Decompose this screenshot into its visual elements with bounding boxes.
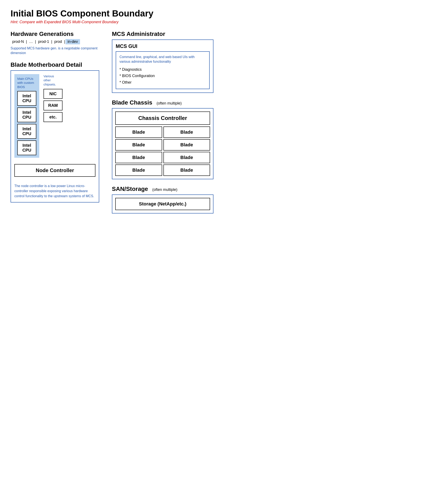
blade-cell-7: Blade — [115, 165, 162, 176]
blade-cell-3: Blade — [115, 139, 162, 150]
hw-gen-indev: in-dev — [66, 39, 80, 44]
hw-gen-prod-1: prod-1 — [36, 39, 51, 44]
mcs-item-diagnostics: * Diagnostics — [119, 66, 206, 73]
page-title-heading: Initial BIOS Component Boundary Hint: Co… — [11, 8, 213, 24]
main-title: Initial BIOS Component Boundary — [11, 8, 213, 19]
blade-chassis-box: Chassis Controller Blade Blade Blade Bla… — [112, 108, 213, 179]
left-column: Hardware Generations prod-N | … | prod-1… — [11, 31, 99, 203]
chipsets-section: Variousotherchipsets. NIC RAM etc. — [44, 74, 62, 122]
cpu-box-1: IntelCPU — [17, 91, 36, 106]
cpu-box-2: IntelCPU — [17, 107, 36, 122]
mcs-gui-desc: Command line, graphical, and web based U… — [119, 55, 206, 64]
cpu-box-3: IntelCPU — [17, 124, 36, 139]
mcs-gui-title: MCS GUI — [116, 43, 210, 49]
blade-cell-6: Blade — [164, 152, 210, 163]
blade-cell-4: Blade — [164, 139, 210, 150]
hardware-generations-section: Hardware Generations prod-N | … | prod-1… — [11, 31, 99, 56]
right-column: MCS Administrator MCS GUI Command line, … — [112, 31, 213, 213]
mcs-gui-inner: Command line, graphical, and web based U… — [116, 51, 210, 89]
blade-mb-inner: Main CPUswith customBIOS IntelCPU IntelC… — [14, 74, 95, 158]
blade-chassis-section: Blade Chassis (often multiple) Chassis C… — [112, 99, 213, 179]
mcs-item-other: * Other — [119, 79, 206, 86]
blade-cell-2: Blade — [164, 127, 210, 138]
mcs-gui-items: * Diagnostics * BIOS Configuration * Oth… — [119, 66, 206, 86]
san-storage-section: SAN/Storage (often multiple) Storage (Ne… — [112, 186, 213, 213]
cpus-label: Main CPUswith customBIOS — [17, 77, 36, 89]
chassis-controller-box: Chassis Controller — [115, 112, 210, 125]
main-layout: Hardware Generations prod-N | … | prod-1… — [11, 31, 213, 213]
hw-gen-row: prod-N | … | prod-1 | prod | in-dev — [11, 39, 99, 44]
blade-motherboard-section: Blade Motherboard Detail Main CPUswith c… — [11, 61, 99, 203]
node-controller-note: The node controller is a low power Linux… — [14, 183, 95, 199]
ram-box: RAM — [44, 100, 62, 110]
blade-mb-title: Blade Motherboard Detail — [11, 61, 99, 68]
blade-mb-box: Main CPUswith customBIOS IntelCPU IntelC… — [11, 70, 99, 203]
chipsets-label: Variousotherchipsets. — [44, 74, 62, 87]
blade-grid: Blade Blade Blade Blade Blade Blade Blad… — [115, 127, 210, 176]
san-title: SAN/Storage — [112, 186, 148, 192]
blade-cell-8: Blade — [164, 165, 210, 176]
nic-box: NIC — [44, 89, 62, 99]
hw-gen-prod: prod — [52, 39, 64, 44]
san-box: Storage (NetApp/etc.) — [112, 195, 213, 213]
san-often-multiple: (often multiple) — [152, 188, 177, 192]
blade-cell-1: Blade — [115, 127, 162, 138]
etc-box: etc. — [44, 112, 62, 122]
san-storage-header: SAN/Storage (often multiple) — [112, 186, 213, 192]
mcs-item-bios-config: * BIOS Configuration — [119, 73, 206, 79]
mcs-admin-section: MCS Administrator MCS GUI Command line, … — [112, 31, 213, 93]
hw-gen-prod-n: prod-N — [11, 39, 26, 44]
cpus-section: Main CPUswith customBIOS IntelCPU IntelC… — [14, 74, 39, 158]
mcs-admin-box: MCS GUI Command line, graphical, and web… — [112, 39, 213, 93]
blade-cell-5: Blade — [115, 152, 162, 163]
storage-inner-box: Storage (NetApp/etc.) — [115, 198, 210, 210]
cpu-box-4: IntelCPU — [17, 140, 36, 155]
hw-gen-note: Supported MCS hardware gen. is a negotia… — [11, 46, 99, 56]
hw-gen-title: Hardware Generations — [11, 31, 99, 37]
mcs-admin-title: MCS Administrator — [112, 31, 213, 37]
blade-chassis-often-multiple: (often multiple) — [157, 101, 182, 105]
blade-chassis-title: Blade Chassis — [112, 99, 152, 106]
hint-text: Hint: Compare with Expanded BIOS Multi-C… — [11, 20, 213, 24]
blade-chassis-header: Blade Chassis (often multiple) — [112, 99, 213, 106]
node-controller-box: Node Controller — [14, 164, 95, 177]
hw-gen-dots: … — [27, 39, 35, 44]
